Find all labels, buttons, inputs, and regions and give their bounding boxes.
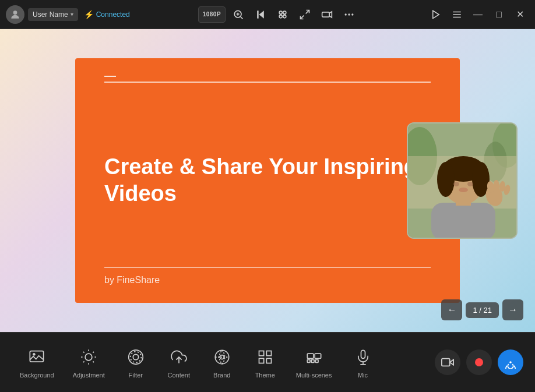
maximize-button[interactable]: □ xyxy=(490,5,508,24)
svg-rect-62 xyxy=(259,358,263,363)
tool-multiscenes[interactable]: Multi-scenes xyxy=(288,341,340,383)
svg-rect-66 xyxy=(307,360,310,363)
svg-point-0 xyxy=(13,10,17,15)
slide-subtitle: by FineShare xyxy=(104,275,160,285)
tool-brand[interactable]: Brand xyxy=(202,341,242,383)
camera-button[interactable] xyxy=(435,349,460,375)
slide-bottom-line xyxy=(104,267,431,269)
theme-label: Theme xyxy=(255,372,275,379)
tool-mic[interactable]: Mic xyxy=(343,341,383,383)
split-button[interactable] xyxy=(273,5,292,24)
menu-button[interactable] xyxy=(448,5,466,24)
webcam-person-svg xyxy=(408,123,516,238)
svg-line-48 xyxy=(93,361,94,362)
avatar xyxy=(6,5,24,24)
top-bar-right: — □ ✕ xyxy=(427,5,529,24)
navigation-controls: ← 1 / 21 → xyxy=(441,299,523,320)
record-button[interactable] xyxy=(466,349,492,375)
fullscreen-button[interactable] xyxy=(295,5,314,24)
svg-point-32 xyxy=(437,162,455,197)
multiscenes-label: Multi-scenes xyxy=(296,372,332,379)
svg-marker-5 xyxy=(259,10,264,18)
svg-line-12 xyxy=(301,15,304,19)
svg-marker-18 xyxy=(433,10,439,19)
content-icon xyxy=(168,346,190,368)
top-bar-center: 1080P xyxy=(135,5,422,24)
svg-point-43 xyxy=(33,353,36,356)
username-label: User Name xyxy=(33,10,68,19)
brand-icon xyxy=(211,346,233,368)
svg-point-73 xyxy=(510,362,511,363)
svg-point-44 xyxy=(85,354,92,361)
slide-container: Create & Share Your Inspiring Videos by … xyxy=(75,58,460,303)
bottom-right-controls xyxy=(435,349,523,375)
background-icon xyxy=(26,346,48,368)
svg-line-51 xyxy=(83,361,85,362)
username-dropdown[interactable]: User Name ▾ xyxy=(28,8,78,21)
tool-theme[interactable]: Theme xyxy=(245,341,286,383)
skip-button[interactable] xyxy=(251,5,270,24)
slide-decoration-dash xyxy=(104,76,116,77)
tool-filter[interactable]: Filter xyxy=(115,341,156,383)
svg-point-15 xyxy=(345,13,347,15)
svg-point-9 xyxy=(279,15,282,17)
playback-button[interactable] xyxy=(427,5,445,24)
bottom-toolbar: Background Adjustment xyxy=(0,332,535,392)
content-label: Content xyxy=(167,372,190,379)
svg-point-53 xyxy=(133,354,138,359)
slide-indicator: 1 / 21 xyxy=(466,302,499,318)
zoom-button[interactable] xyxy=(229,5,248,24)
tool-adjustment[interactable]: Adjustment xyxy=(65,341,113,383)
svg-rect-13 xyxy=(322,12,330,16)
theme-icon xyxy=(254,346,276,368)
connected-label: Connected xyxy=(96,10,130,19)
adjustment-label: Adjustment xyxy=(73,372,105,379)
record-small-button[interactable] xyxy=(318,5,336,24)
svg-line-52 xyxy=(93,352,94,353)
svg-point-8 xyxy=(283,11,286,14)
svg-rect-65 xyxy=(315,354,321,358)
minimize-button[interactable]: — xyxy=(469,5,487,24)
svg-rect-64 xyxy=(307,354,314,358)
brand-label: Brand xyxy=(213,372,230,379)
svg-rect-28 xyxy=(431,203,495,238)
svg-point-10 xyxy=(283,15,286,17)
background-label: Background xyxy=(20,372,54,379)
svg-rect-63 xyxy=(266,358,271,363)
webcam-person xyxy=(408,123,516,238)
svg-rect-6 xyxy=(257,10,259,18)
slide-top-line xyxy=(104,82,431,83)
adjustment-icon xyxy=(78,346,100,368)
svg-point-54 xyxy=(130,352,141,363)
tool-background[interactable]: Background xyxy=(12,341,62,383)
more-button[interactable] xyxy=(340,5,358,24)
filter-icon xyxy=(125,346,147,368)
svg-line-11 xyxy=(306,10,309,13)
slide-title: Create & Share Your Inspiring Videos xyxy=(104,154,431,207)
tool-items: Background Adjustment xyxy=(12,341,383,383)
svg-rect-60 xyxy=(259,351,263,356)
svg-rect-72 xyxy=(442,359,450,366)
resolution-button[interactable]: 1080P xyxy=(198,6,226,23)
filter-label: Filter xyxy=(129,372,143,379)
top-bar: User Name ▾ ⚡ Connected 1080P xyxy=(0,0,535,29)
tool-content[interactable]: Content xyxy=(159,341,199,383)
next-slide-button[interactable]: → xyxy=(502,299,523,320)
prev-slide-button[interactable]: ← xyxy=(441,299,462,320)
svg-rect-67 xyxy=(311,360,314,363)
main-preview-area: Create & Share Your Inspiring Videos by … xyxy=(0,29,535,332)
svg-line-2 xyxy=(241,16,243,19)
svg-rect-69 xyxy=(361,350,365,358)
svg-rect-61 xyxy=(266,351,271,356)
svg-marker-14 xyxy=(329,12,332,17)
mic-icon xyxy=(352,346,374,368)
close-button[interactable]: ✕ xyxy=(511,5,529,24)
svg-point-55 xyxy=(129,350,143,365)
prev-arrow-icon: ← xyxy=(447,305,456,315)
record-dot-icon xyxy=(475,358,483,366)
svg-line-47 xyxy=(83,352,85,353)
live-button[interactable] xyxy=(498,349,523,375)
svg-point-16 xyxy=(348,13,350,15)
multiscenes-icon xyxy=(303,346,325,368)
mic-label: Mic xyxy=(358,372,368,379)
